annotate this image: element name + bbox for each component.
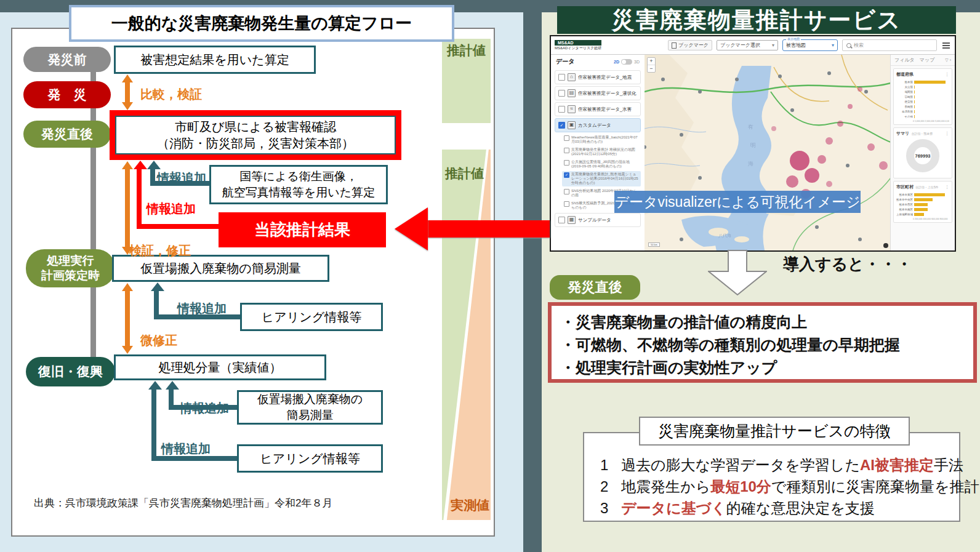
layer-item[interactable]: ✓▣カスタムデータ: [555, 118, 641, 132]
teal-elbow4-arrowhead: [148, 381, 162, 390]
benefits-box: ・災害廃棄物量の推計値の精度向上 ・可燃物、不燃物等の種類別の処理量の早期把握 …: [548, 302, 977, 383]
bar: [914, 115, 915, 118]
map-type-select[interactable]: 表示地図 被害地図 ▾: [782, 39, 838, 51]
folder-icon: ▣: [568, 121, 576, 129]
layer-item[interactable]: ⌂住家被害推定データ_地震: [555, 70, 641, 84]
stage-pill-just-after: 発災直後: [23, 121, 111, 148]
bar-label: 上益城郡益城町: [896, 213, 913, 216]
map-attribution-button[interactable]: [883, 243, 888, 248]
map-zoom-controls[interactable]: + −: [647, 57, 656, 73]
teal-elbow4-vertical: [151, 390, 156, 461]
bar: [914, 198, 933, 201]
bar-axis: 0 200,000 400,000 600,000 800,000: [896, 218, 949, 220]
chevron-down-icon: ▾: [772, 42, 774, 48]
map-app-logo: MS&AD MS&ADインターリスク総研: [555, 40, 601, 51]
sublayer-item[interactable]: 公共施設位置情報_JR四国の現在地(2019-09-05 09:40時点のもの): [562, 159, 641, 170]
sublayer-checkbox[interactable]: [564, 160, 569, 166]
bar-label: 熊本県: [896, 81, 913, 84]
flood-icon: ≈: [568, 105, 576, 113]
box-label: 被害想定結果を用いた算定: [140, 52, 289, 68]
feature-text: で種類別に災害廃棄物量を推計: [771, 478, 979, 495]
box-label: 仮置場搬入廃棄物の: [257, 391, 363, 407]
verify-arrow: [122, 161, 133, 255]
feature-line: 3データに基づく的確な意思決定を支援: [600, 497, 953, 519]
box-label: 国等による衛生画像，: [239, 169, 357, 185]
stage-pill-pre-disaster: 発災前: [23, 47, 111, 72]
feature-number: 3: [600, 497, 621, 519]
map-graphic: 有 明 海 八代海: [645, 55, 891, 250]
bar-label: 佐賀県: [896, 100, 913, 103]
sublayer-label: 公共施設位置情報_JR四国の現在地(2019-09-05 09:40時点のもの): [571, 160, 639, 169]
bar-row: 長崎県: [896, 104, 949, 109]
filter-panel-header: フィルタ マップ ▽ ›: [891, 55, 955, 66]
introduction-caption: 導入すると・・・: [783, 254, 912, 275]
sublayer-checkbox[interactable]: [564, 201, 569, 207]
bar-row: その他: [896, 114, 949, 119]
sublayer-item[interactable]: ✓災害廃棄物発生量推計_熊本地震シミュレーション結果(2016年04月16日01…: [562, 171, 641, 186]
collapse-icon[interactable]: ▽ ›: [945, 58, 951, 63]
service-to-flow-arrow-head: [395, 207, 428, 250]
map-app-topbar: MS&AD MS&ADインターリスク総研 ブックマーク ブックマーク選択 ▾ 表…: [551, 36, 955, 55]
feature-text: 的確な意思決定を支援: [726, 500, 875, 516]
bookmark-icon: [672, 42, 677, 49]
bar-row: 福岡県: [896, 89, 949, 94]
layer-item[interactable]: ▤住家被害推定データ_液状化: [555, 86, 641, 100]
layer-checkbox[interactable]: [558, 106, 565, 113]
sublayer-item[interactable]: 災害廃棄物発生量推計 堆積状況の地図(2021年02月12日12時05分): [562, 146, 641, 158]
sublayer-checkbox[interactable]: [564, 148, 569, 153]
map-canvas[interactable]: 有 明 海 八代海 + − 50 km: [645, 55, 891, 250]
bar: [914, 105, 915, 108]
layer-checkbox[interactable]: [558, 90, 565, 97]
tab-map[interactable]: マップ: [920, 57, 935, 63]
source-citation: 出典：呉市環境政策課「呉市災害廃棄物処理計画」令和2年８月: [34, 496, 332, 510]
benefit-line: ・可燃物、不燃物等の種類別の処理量の早期把握: [560, 334, 965, 356]
red-elbow-vertical: [137, 169, 142, 229]
bookmark-button[interactable]: ブックマーク: [668, 40, 712, 50]
dimension-toggle[interactable]: [621, 59, 632, 65]
features-title-tab: 災害廃棄物量推計サービスの特徴: [639, 417, 910, 446]
bar-label: 熊本市西区: [896, 203, 913, 206]
bookmark-select[interactable]: ブックマーク選択 ▾: [717, 40, 778, 50]
layer-checkbox[interactable]: [558, 217, 565, 223]
liq-icon: ▤: [568, 89, 576, 97]
toggle-3d-label: 3D: [634, 60, 640, 64]
card-title: 市区町村: [896, 184, 914, 190]
donut-total-value: 769993: [915, 153, 930, 159]
flow-title: 一般的な災害廃棄物発生量の算定フロー: [69, 5, 454, 42]
red-elbow-arrowhead: [134, 161, 147, 169]
kebab-menu-icon[interactable]: ⋮: [945, 185, 949, 190]
bar-label: 熊本市東区: [896, 193, 913, 196]
benefit-line: ・災害廃棄物量の推計値の精度向上: [560, 311, 965, 334]
tab-filter[interactable]: フィルタ: [894, 57, 915, 63]
bar-label: 熊本市南区: [896, 208, 913, 211]
kebab-menu-icon[interactable]: ⋮: [945, 131, 949, 136]
map-type-value: 被害地図: [786, 42, 806, 49]
bar-row: 大分県: [896, 84, 949, 89]
zoom-out-button[interactable]: −: [648, 65, 655, 72]
box-damage-assessment: 被害想定結果を用いた算定: [114, 46, 316, 74]
sublayer-label: 災害廃棄物発生量推計 堆積状況の地図(2021年02月12日12時05分): [571, 148, 639, 156]
search-input[interactable]: 検索: [842, 39, 937, 51]
estimated-band-top: 推計値: [442, 39, 491, 123]
bar-label: 鹿児島県: [896, 110, 913, 113]
layer-checkbox[interactable]: ✓: [558, 122, 565, 129]
sublayer-checkbox[interactable]: [564, 135, 569, 141]
card-subtitle: 合計(t)・熊本県: [912, 132, 933, 135]
layer-checkbox[interactable]: [558, 74, 565, 81]
feature-highlight: AI被害推定: [860, 457, 934, 473]
bar-row: 熊本市東区: [896, 192, 949, 197]
label-info-add-3: 情報追加: [180, 400, 229, 417]
box-label: （消防・防災部局，災害対策本部）: [157, 135, 354, 152]
sublayer-checkbox[interactable]: [564, 189, 569, 194]
bar: [914, 193, 945, 196]
zoom-in-button[interactable]: +: [648, 58, 655, 65]
box-estimation-result: 当該推計結果: [219, 212, 386, 247]
sea-label-ariake: 有: [747, 124, 754, 130]
kebab-menu-icon[interactable]: ⋮: [945, 72, 949, 77]
menu-icon[interactable]: [942, 45, 950, 46]
box-damage-report-confirmation: 市町及び県による被害報確認 （消防・防災部局，災害対策本部）: [110, 110, 401, 160]
sublayer-item[interactable]: WeatherNews衛星雨量_batch(2021年07月03日時点のもの): [562, 134, 641, 145]
layer-item[interactable]: ▦サンプルデータ: [555, 213, 641, 227]
sublayer-checkbox[interactable]: ✓: [564, 172, 569, 178]
layer-item[interactable]: ≈住家被害推定データ_水害: [555, 102, 641, 116]
